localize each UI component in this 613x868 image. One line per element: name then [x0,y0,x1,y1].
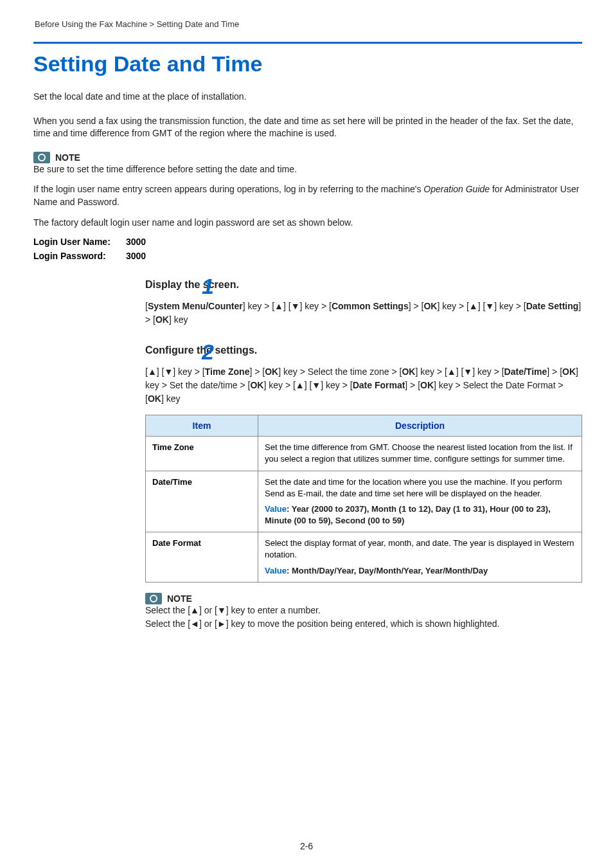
breadcrumb: Before Using the Fax Machine > Setting D… [33,19,582,29]
step-2-body: [▲] [▼] key > [Time Zone] > [OK] key > S… [117,365,582,406]
s2t7: Date/Time [504,366,547,377]
note-text-line1: Be sure to set the time difference befor… [33,163,582,176]
dateformat-desc: Select the display format of year, month… [265,538,575,561]
s1t3: Common Settings [332,301,409,311]
settings-table: Item Description Time Zone Set the time … [145,415,582,583]
s2t2: ] > [ [249,366,265,377]
step-2-block: 2 Configure the settings. [▲] [▼] key > … [117,345,582,631]
s2t14: ] > [ [405,380,420,390]
table-header-item: Item [146,415,258,437]
s1t4: ] > [ [409,301,424,311]
note-icon [145,593,162,604]
s2t3: OK [265,366,278,377]
login-password-label: Login Password: [33,251,123,261]
note2-line2: Select the [◄] or [►] key to move the po… [145,618,582,631]
table-row-timezone: Time Zone Set the time difference from G… [146,437,582,471]
s1t6: ] key > [▲] [▼] key > [ [437,301,526,311]
s2t18: ] key [161,393,181,404]
s2t17: OK [148,393,161,404]
s2t11: OK [250,380,263,390]
page-title: Setting Date and Time [33,51,582,77]
s2t1: Time Zone [205,366,250,377]
s2t4: ] key > Select the time zone > [ [278,366,402,377]
s2t12: ] key > [▲] [▼] key > [ [263,380,352,390]
step-1-title: Display the screen. [117,279,582,291]
s2t5: OK [402,366,415,377]
intro-paragraph-1: Set the local date and time at the place… [33,91,582,104]
s2t0: [▲] [▼] key > [ [145,366,205,377]
datetime-item: Date/Time [146,471,258,532]
dateformat-value-text: : Month/Day/Year, Day/Month/Year, Year/M… [287,566,488,575]
note-label: NOTE [55,152,80,163]
s2t8: ] > [ [547,366,562,377]
dateformat-desc-cell: Select the display format of year, month… [258,532,582,583]
note-text-line2: If the login user name entry screen appe… [33,183,582,208]
s1t9: OK [155,314,169,325]
s2t15: OK [420,380,434,390]
s1t10: ] key [169,314,188,325]
s1t1: System Menu/Counter [148,301,243,311]
datetime-value-text: : Year (2000 to 2037), Month (1 to 12), … [265,504,551,525]
step-1-block: 1 Display the screen. [System Menu/Count… [117,279,582,327]
note2-header: NOTE [145,593,582,604]
note-text-2a: If the login user name entry screen appe… [33,184,423,194]
datetime-desc: Set the date and time for the location w… [265,476,575,500]
table-row-datetime: Date/Time Set the date and time for the … [146,471,582,532]
datetime-desc-cell: Set the date and time for the location w… [258,471,582,532]
title-divider [33,42,582,44]
step-1-number: 1 [202,274,214,299]
s1t5: OK [423,301,437,311]
table-header-description: Description [258,415,582,437]
step-2-number: 2 [202,339,214,365]
s2t9: OK [562,366,576,377]
intro-paragraph-2: When you send a fax using the transmissi… [33,115,582,140]
timezone-item: Time Zone [146,437,258,471]
note2-line1: Select the [▲] or [▼] key to enter a num… [145,604,582,617]
datetime-value-label: Value [265,504,287,514]
login-username-value: 3000 [126,237,146,247]
page-number: 2-6 [0,841,613,851]
s1t2: ] key > [▲] [▼] key > [ [243,301,332,311]
s2t6: ] key > [▲] [▼] key > [ [415,366,504,377]
step-1-body: [System Menu/Counter] key > [▲] [▼] key … [117,300,582,327]
dateformat-value-label: Value [265,566,287,575]
login-password-value: 3000 [126,251,146,261]
note-text-line3: The factory default login user name and … [33,217,582,230]
note-header: NOTE [33,152,582,163]
timezone-desc: Set the time difference from GMT. Choose… [258,437,582,471]
operation-guide-ref: Operation Guide [423,184,490,194]
login-username-row: Login User Name: 3000 [33,237,582,247]
login-password-row: Login Password: 3000 [33,251,582,261]
s1t7: Date Setting [526,301,579,311]
login-username-label: Login User Name: [33,237,123,247]
note-icon [33,152,50,163]
step-2-title: Configure the settings. [117,345,582,356]
s2t13: Date Format [353,380,405,390]
dateformat-item: Date Format [146,532,258,583]
table-row-dateformat: Date Format Select the display format of… [146,532,582,583]
note2-label: NOTE [167,593,192,604]
